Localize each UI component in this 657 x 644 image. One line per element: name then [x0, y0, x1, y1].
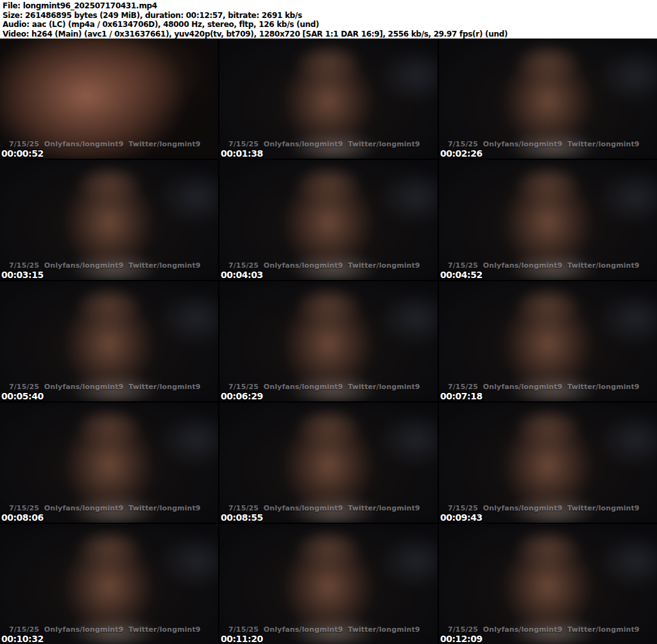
watermark-text: 7/15/25 Onlyfans/longmint9 Twitter/longm…	[448, 625, 640, 634]
watermark-text: 7/15/25 Onlyfans/longmint9 Twitter/longm…	[9, 261, 201, 270]
watermark-text: 7/15/25 Onlyfans/longmint9 Twitter/longm…	[228, 261, 420, 270]
timestamp-label: 00:06:29	[221, 391, 263, 401]
watermark-text: 7/15/25 Onlyfans/longmint9 Twitter/longm…	[9, 140, 201, 148]
timestamp-label: 00:07:18	[440, 391, 482, 401]
watermark-text: 7/15/25 Onlyfans/longmint9 Twitter/longm…	[9, 504, 201, 512]
timestamp-label: 00:04:03	[221, 270, 263, 280]
timestamp-label: 00:04:52	[440, 270, 482, 280]
timestamp-label: 00:09:43	[440, 512, 482, 523]
video-thumbnail: 7/15/25 Onlyfans/longmint9 Twitter/longm…	[439, 281, 657, 401]
video-thumbnail: 7/15/25 Onlyfans/longmint9 Twitter/longm…	[0, 524, 218, 644]
timestamp-label: 00:00:52	[1, 148, 44, 159]
watermark-text: 7/15/25 Onlyfans/longmint9 Twitter/longm…	[228, 504, 420, 512]
audio-info-line: Audio: aac (LC) (mp4a / 0x6134706D), 480…	[3, 20, 657, 30]
timestamp-label: 00:03:15	[1, 270, 44, 280]
video-thumbnail: 7/15/25 Onlyfans/longmint9 Twitter/longm…	[439, 524, 657, 644]
timestamp-label: 00:08:55	[221, 512, 263, 523]
timestamp-label: 00:01:38	[221, 148, 263, 159]
watermark-text: 7/15/25 Onlyfans/longmint9 Twitter/longm…	[228, 625, 420, 634]
watermark-text: 7/15/25 Onlyfans/longmint9 Twitter/longm…	[448, 261, 640, 270]
video-thumbnail: 7/15/25 Onlyfans/longmint9 Twitter/longm…	[0, 39, 218, 159]
video-thumbnail: 7/15/25 Onlyfans/longmint9 Twitter/longm…	[219, 281, 438, 401]
video-thumbnail: 7/15/25 Onlyfans/longmint9 Twitter/longm…	[0, 403, 218, 523]
timestamp-label: 00:05:40	[1, 391, 44, 401]
video-thumbnail: 7/15/25 Onlyfans/longmint9 Twitter/longm…	[219, 524, 438, 644]
watermark-text: 7/15/25 Onlyfans/longmint9 Twitter/longm…	[448, 140, 640, 148]
watermark-text: 7/15/25 Onlyfans/longmint9 Twitter/longm…	[228, 383, 420, 391]
video-thumbnail: 7/15/25 Onlyfans/longmint9 Twitter/longm…	[219, 39, 438, 159]
video-thumbnail: 7/15/25 Onlyfans/longmint9 Twitter/longm…	[0, 160, 218, 280]
media-info-header: File: longmint96_202507170431.mp4 Size: …	[0, 0, 657, 39]
watermark-text: 7/15/25 Onlyfans/longmint9 Twitter/longm…	[448, 504, 640, 512]
video-contact-sheet: File: longmint96_202507170431.mp4 Size: …	[0, 0, 657, 644]
thumbnail-grid: 7/15/25 Onlyfans/longmint9 Twitter/longm…	[0, 39, 657, 644]
video-thumbnail: 7/15/25 Onlyfans/longmint9 Twitter/longm…	[0, 281, 218, 401]
watermark-text: 7/15/25 Onlyfans/longmint9 Twitter/longm…	[228, 140, 420, 148]
video-thumbnail: 7/15/25 Onlyfans/longmint9 Twitter/longm…	[219, 160, 438, 280]
timestamp-label: 00:02:26	[440, 148, 482, 159]
video-info-line: Video: h264 (Main) (avc1 / 0x31637661), …	[3, 30, 657, 39]
timestamp-label: 00:10:32	[1, 634, 44, 644]
video-thumbnail: 7/15/25 Onlyfans/longmint9 Twitter/longm…	[219, 403, 438, 523]
watermark-text: 7/15/25 Onlyfans/longmint9 Twitter/longm…	[9, 625, 201, 634]
video-thumbnail: 7/15/25 Onlyfans/longmint9 Twitter/longm…	[439, 403, 657, 523]
file-name-line: File: longmint96_202507170431.mp4	[3, 1, 657, 11]
video-thumbnail: 7/15/25 Onlyfans/longmint9 Twitter/longm…	[439, 39, 657, 159]
watermark-text: 7/15/25 Onlyfans/longmint9 Twitter/longm…	[448, 383, 640, 391]
timestamp-label: 00:12:09	[440, 634, 482, 644]
watermark-text: 7/15/25 Onlyfans/longmint9 Twitter/longm…	[9, 383, 201, 391]
video-thumbnail: 7/15/25 Onlyfans/longmint9 Twitter/longm…	[439, 160, 657, 280]
timestamp-label: 00:08:06	[1, 512, 44, 523]
file-size-line: Size: 261486895 bytes (249 MiB), duratio…	[3, 11, 657, 21]
timestamp-label: 00:11:20	[221, 634, 263, 644]
